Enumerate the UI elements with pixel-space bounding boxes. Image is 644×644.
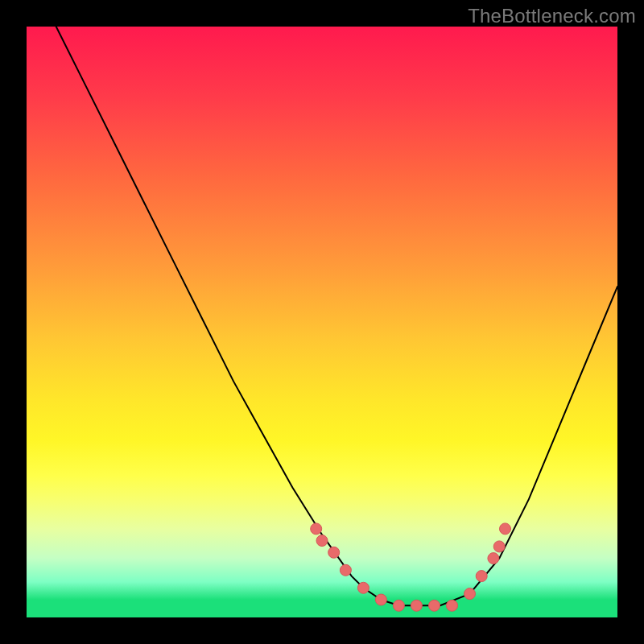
curve-marker bbox=[500, 523, 511, 535]
curve-marker bbox=[375, 594, 386, 605]
curve-marker bbox=[411, 600, 422, 611]
curve-marker bbox=[311, 523, 322, 535]
curve-marker bbox=[447, 600, 458, 611]
curve-marker bbox=[464, 588, 476, 600]
curve-markers bbox=[311, 523, 511, 611]
curve-marker bbox=[476, 571, 487, 582]
bottleneck-curve bbox=[56, 27, 617, 605]
curve-marker bbox=[393, 600, 404, 611]
outer-frame: TheBottleneck.com bbox=[0, 0, 644, 644]
curve-marker bbox=[328, 547, 340, 558]
chart-svg bbox=[27, 27, 617, 617]
curve-marker bbox=[493, 541, 505, 552]
curve-marker bbox=[488, 553, 499, 564]
curve-marker bbox=[357, 582, 369, 593]
curve-marker bbox=[340, 564, 351, 576]
watermark-text: TheBottleneck.com bbox=[468, 5, 636, 27]
curve-marker bbox=[316, 535, 328, 547]
curve-marker bbox=[429, 600, 440, 611]
